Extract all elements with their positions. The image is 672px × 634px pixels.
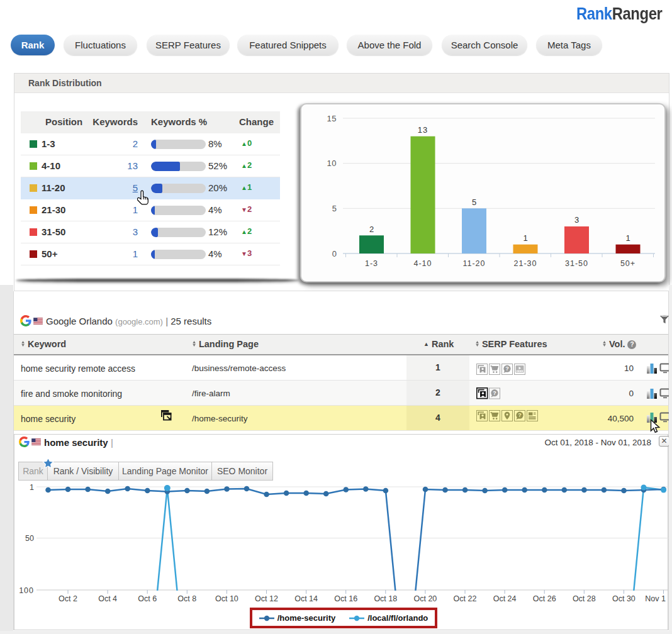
svg-text:Oct 8: Oct 8 bbox=[177, 594, 196, 603]
svg-text:11-20: 11-20 bbox=[462, 259, 485, 268]
svg-text:5: 5 bbox=[332, 204, 337, 213]
svg-text:1-3: 1-3 bbox=[365, 259, 378, 268]
svg-text:4-10: 4-10 bbox=[413, 259, 432, 268]
svg-text:2: 2 bbox=[369, 225, 374, 234]
svg-text:3: 3 bbox=[574, 215, 579, 225]
svg-text:10: 10 bbox=[327, 158, 337, 168]
svg-text:Oct 22: Oct 22 bbox=[454, 594, 477, 603]
svg-text:100: 100 bbox=[19, 586, 34, 595]
svg-text:1: 1 bbox=[523, 233, 527, 243]
svg-text:Oct 12: Oct 12 bbox=[255, 594, 278, 603]
svg-text:Oct 28: Oct 28 bbox=[573, 594, 596, 603]
svg-text:?: ? bbox=[518, 412, 522, 418]
svg-text:50+: 50+ bbox=[620, 259, 636, 268]
svg-text:Oct 30: Oct 30 bbox=[612, 594, 636, 603]
svg-text:0: 0 bbox=[332, 249, 337, 259]
svg-text:Nov 1: Nov 1 bbox=[645, 594, 666, 603]
svg-text:5: 5 bbox=[472, 197, 476, 207]
svg-text:21-30: 21-30 bbox=[514, 259, 537, 268]
svg-text:Oct 16: Oct 16 bbox=[334, 594, 357, 603]
svg-text:50: 50 bbox=[25, 534, 34, 543]
svg-text:Oct 24: Oct 24 bbox=[493, 594, 517, 603]
svg-text:?: ? bbox=[505, 365, 509, 372]
svg-text:Oct 20: Oct 20 bbox=[413, 594, 437, 603]
svg-text:Oct 14: Oct 14 bbox=[294, 594, 318, 603]
svg-text:13: 13 bbox=[418, 125, 428, 135]
svg-text:Oct 18: Oct 18 bbox=[374, 594, 397, 603]
svg-text:Oct 26: Oct 26 bbox=[533, 594, 556, 603]
svg-text:?: ? bbox=[493, 390, 496, 396]
svg-text:Oct 10: Oct 10 bbox=[215, 594, 238, 603]
svg-text:Oct 4: Oct 4 bbox=[98, 594, 117, 603]
svg-text:1: 1 bbox=[30, 483, 34, 492]
svg-text:Oct 6: Oct 6 bbox=[138, 594, 157, 603]
svg-text:15: 15 bbox=[327, 114, 337, 123]
svg-text:1: 1 bbox=[625, 233, 630, 243]
svg-text:31-50: 31-50 bbox=[565, 259, 588, 268]
svg-text:Oct 2: Oct 2 bbox=[59, 594, 77, 603]
